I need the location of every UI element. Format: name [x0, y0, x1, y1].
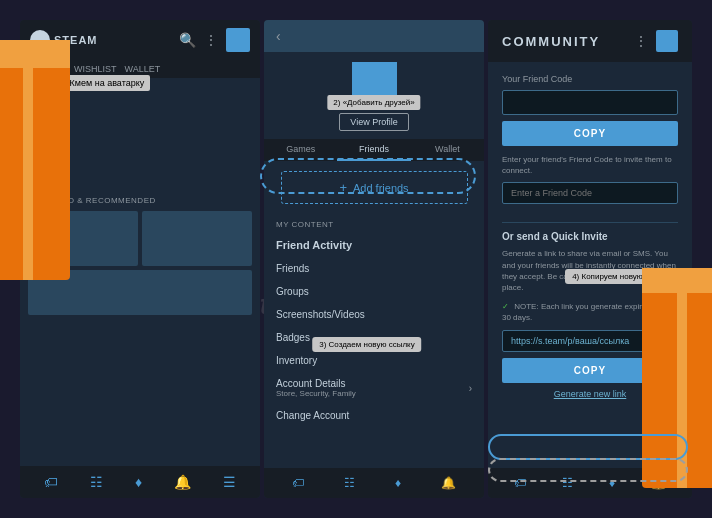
divider — [502, 222, 678, 223]
hamburger-icon[interactable]: ☰ — [223, 474, 236, 490]
add-friends-button[interactable]: + Add friends — [281, 171, 468, 204]
community-avatar[interactable] — [656, 30, 678, 52]
tab-games[interactable]: Games — [264, 139, 337, 161]
bottom-gem-icon[interactable]: ♦ — [395, 476, 401, 490]
gem-icon[interactable]: ♦ — [135, 474, 142, 490]
steam-avatar-button[interactable] — [226, 28, 250, 52]
menu-groups[interactable]: Groups — [264, 280, 484, 303]
check-icon: ✓ — [502, 302, 509, 311]
enter-code-input[interactable] — [502, 182, 678, 204]
comm-bottom-gem-icon[interactable]: ♦ — [609, 476, 615, 490]
account-details-sub: Store, Security, Family — [276, 389, 356, 398]
menu-friends[interactable]: Friends — [264, 257, 484, 280]
bottom-tag-icon[interactable]: 🏷 — [292, 476, 304, 490]
featured-item-2 — [142, 211, 252, 266]
more-options-icon[interactable]: ⋮ — [204, 32, 218, 48]
friends-header: ‹ — [264, 20, 484, 52]
comm-bottom-tag-icon[interactable]: 🏷 — [514, 476, 526, 490]
add-friends-label: Add friends — [353, 182, 409, 194]
tooltip-3: 3) Создаем новую ссылку — [312, 337, 421, 352]
menu-inventory[interactable]: Inventory — [264, 349, 484, 372]
comm-bottom-grid-icon[interactable]: ☷ — [562, 476, 573, 490]
community-title: COMMUNITY — [502, 34, 600, 49]
friends-panel: ‹ View Profile 2) «Добавить друзей» Game… — [264, 20, 484, 498]
community-menu-icon[interactable]: ⋮ — [634, 33, 648, 49]
tooltip-2: 2) «Добавить друзей» — [327, 95, 420, 110]
nav-wishlist[interactable]: WISHLIST — [74, 64, 117, 74]
tab-friends[interactable]: Friends — [337, 139, 410, 161]
community-header: COMMUNITY ⋮ — [488, 20, 692, 62]
account-details-label: Account Details — [276, 378, 356, 389]
my-content-label: MY CONTENT — [264, 214, 484, 233]
main-container: STEAM 🔍 ⋮ МЕНЮ ▼ WISHLIST WALLET 1) Жмем… — [20, 20, 692, 498]
search-icon[interactable]: 🔍 — [179, 32, 196, 48]
friend-code-input[interactable] — [502, 90, 678, 115]
arrow-right-icon: › — [469, 383, 472, 394]
add-friends-icon: + — [339, 180, 347, 195]
friend-code-label: Your Friend Code — [502, 74, 678, 84]
back-arrow-icon[interactable]: ‹ — [276, 28, 281, 44]
quick-invite-label: Or send a Quick Invite — [502, 231, 678, 242]
tag-icon[interactable]: 🏷 — [44, 474, 58, 490]
steam-bottom-nav: 🏷 ☷ ♦ 🔔 ☰ — [20, 466, 260, 498]
bottom-grid-icon[interactable]: ☷ — [344, 476, 355, 490]
invite-info-text: Enter your friend's Friend Code to invit… — [502, 154, 678, 176]
copy-friend-code-button[interactable]: COPY — [502, 121, 678, 146]
friends-tabs: Games Friends Wallet — [264, 139, 484, 161]
menu-change-account[interactable]: Change Account — [264, 404, 484, 427]
menu-account-details[interactable]: Account Details Store, Security, Family … — [264, 372, 484, 404]
tab-wallet[interactable]: Wallet — [411, 139, 484, 161]
bottom-bell-icon[interactable]: 🔔 — [441, 476, 456, 490]
grid-icon[interactable]: ☷ — [90, 474, 103, 490]
menu-friend-activity[interactable]: Friend Activity — [264, 233, 484, 257]
nav-wallet[interactable]: WALLET — [125, 64, 161, 74]
bell-icon[interactable]: 🔔 — [174, 474, 191, 490]
friends-bottom-nav: 🏷 ☷ ♦ 🔔 — [264, 468, 484, 498]
view-profile-button[interactable]: View Profile — [339, 113, 408, 131]
menu-screenshots[interactable]: Screenshots/Videos — [264, 303, 484, 326]
